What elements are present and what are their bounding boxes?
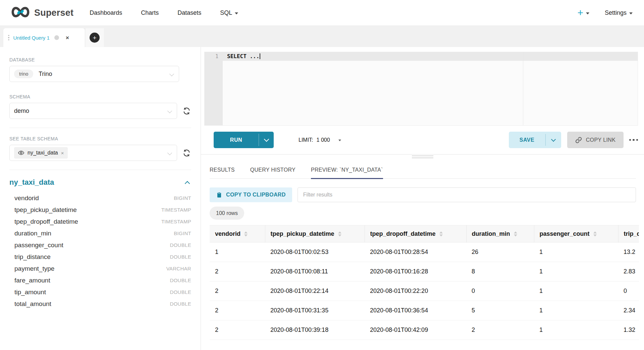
chevron-down-icon xyxy=(264,136,269,142)
table-cell: 2 xyxy=(466,320,534,340)
results-tabbar: RESULTS QUERY HISTORY PREVIEW: `NY_TAXI_… xyxy=(210,161,636,179)
refresh-tables-button[interactable] xyxy=(182,148,191,158)
navbar-right: + Settings xyxy=(577,8,633,18)
sort-icon[interactable] xyxy=(439,231,443,236)
query-tab-active[interactable]: Untitled Query 1 × xyxy=(3,28,85,47)
sort-icon[interactable] xyxy=(593,231,597,236)
sql-editor[interactable]: 1 SELECT ... xyxy=(204,52,638,126)
schema-column-row[interactable]: trip_distanceDOUBLE xyxy=(9,251,191,263)
new-item-menu[interactable]: + xyxy=(577,8,589,18)
sql-lab-main: 1 SELECT ... RUN LIMIT: 1 000 SAVE xyxy=(201,47,644,350)
copy-link-button[interactable]: COPY LINK xyxy=(567,132,624,148)
remove-table-icon[interactable]: × xyxy=(61,150,64,156)
preview-table-wrap[interactable]: vendoridtpep_pickup_datetimetpep_dropoff… xyxy=(210,225,639,341)
limit-label: LIMIT: xyxy=(299,137,313,143)
settings-menu[interactable]: Settings xyxy=(605,9,633,16)
table-cell: 1 xyxy=(534,301,618,320)
sidebar-divider xyxy=(9,128,191,128)
schema-column-row[interactable]: passenger_countDOUBLE xyxy=(9,239,191,251)
query-tab-title[interactable]: Untitled Query 1 xyxy=(13,35,50,41)
filter-results-input[interactable] xyxy=(298,187,636,202)
sort-icon[interactable] xyxy=(514,231,517,236)
refresh-schema-button[interactable] xyxy=(182,106,191,116)
schema-column-row[interactable]: tpep_dropoff_datetimeTIMESTAMP xyxy=(9,216,191,227)
table-select[interactable]: ny_taxi_data × xyxy=(9,145,177,161)
schema-column-row[interactable]: vendoridBIGINT xyxy=(9,192,191,204)
copy-to-clipboard-label: COPY TO CLIPBOARD xyxy=(226,192,286,198)
column-name: fare_amount xyxy=(14,277,50,284)
table-cell: 2020-08-01T00:22:20 xyxy=(365,281,466,301)
schema-column-row[interactable]: tpep_pickup_datetimeTIMESTAMP xyxy=(9,204,191,216)
save-button[interactable]: SAVE xyxy=(509,132,561,148)
code-line[interactable]: SELECT ... xyxy=(223,52,260,61)
results-actions: COPY TO CLIPBOARD xyxy=(210,187,636,202)
column-type: TIMESTAMP xyxy=(161,207,191,213)
schema-column-row[interactable]: tip_amountDOUBLE xyxy=(9,286,191,298)
table-cell: 0 xyxy=(466,281,534,301)
schema-select[interactable]: demo xyxy=(9,103,177,119)
drag-handle-icon[interactable] xyxy=(8,35,9,41)
database-backend-badge: trino xyxy=(14,70,33,78)
table-schema-label: SEE TABLE SCHEMA xyxy=(9,136,191,141)
table-schema-title[interactable]: ny_taxi_data xyxy=(9,178,54,187)
run-button[interactable]: RUN xyxy=(214,132,274,148)
tab-results[interactable]: RESULTS xyxy=(210,161,235,179)
table-body: 12020-08-01T00:02:532020-08-01T00:28:542… xyxy=(210,243,639,340)
column-name: tpep_dropoff_datetime xyxy=(14,218,78,225)
table-cell: 2 xyxy=(210,301,265,320)
add-tab-icon[interactable]: + xyxy=(90,33,100,43)
save-options-button[interactable] xyxy=(546,132,561,148)
sort-icon[interactable] xyxy=(244,231,248,236)
column-header[interactable]: trip_distance xyxy=(618,225,639,243)
superset-logo[interactable]: Superset xyxy=(10,6,73,19)
refresh-icon xyxy=(182,106,191,116)
editor-gutter: 1 xyxy=(205,52,223,125)
column-header[interactable]: passenger_count xyxy=(534,225,618,243)
pane-splitter[interactable] xyxy=(201,154,644,155)
resize-handle-icon[interactable] xyxy=(412,156,433,160)
limit-dropdown[interactable]: LIMIT: 1 000 xyxy=(299,137,341,143)
new-query-tab: + xyxy=(85,28,104,47)
nav-datasets[interactable]: Datasets xyxy=(177,9,201,16)
collapse-chevron-up-icon[interactable] xyxy=(185,181,190,186)
nav-dashboards[interactable]: Dashboards xyxy=(90,9,122,16)
schema-value: demo xyxy=(14,107,29,115)
caret-down-icon xyxy=(338,140,341,141)
table-row: 22020-08-01T00:22:142020-08-01T00:22:200… xyxy=(210,281,639,301)
column-header-label: passenger_count xyxy=(540,230,590,237)
chevron-down-icon xyxy=(629,12,633,14)
table-cell: 8 xyxy=(466,262,534,281)
sort-icon[interactable] xyxy=(338,231,341,236)
save-label[interactable]: SAVE xyxy=(509,132,545,148)
run-label[interactable]: RUN xyxy=(214,132,259,148)
copy-to-clipboard-button[interactable]: COPY TO CLIPBOARD xyxy=(210,187,292,202)
column-name: passenger_count xyxy=(14,242,63,249)
database-select[interactable]: trino Trino xyxy=(9,66,179,82)
column-type: BIGINT xyxy=(174,195,191,201)
tab-preview-table[interactable]: PREVIEW: `NY_TAXI_DATA` xyxy=(311,161,383,179)
column-header[interactable]: tpep_pickup_datetime xyxy=(265,225,365,243)
column-header[interactable]: duration_min xyxy=(466,225,534,243)
column-header-label: tpep_pickup_datetime xyxy=(271,230,334,237)
nav-sql-menu[interactable]: SQL xyxy=(220,9,238,16)
table-cell: 13.2 xyxy=(618,243,639,262)
more-actions-button[interactable] xyxy=(629,139,638,141)
column-header-label: trip_distance xyxy=(624,230,639,237)
close-tab-icon[interactable]: × xyxy=(66,35,69,41)
column-header[interactable]: tpep_dropoff_datetime xyxy=(365,225,466,243)
run-options-button[interactable] xyxy=(259,132,274,148)
table-row: 22020-08-01T00:08:112020-08-01T00:16:288… xyxy=(210,262,639,281)
column-header[interactable]: vendorid xyxy=(210,225,265,243)
top-navbar: Superset Dashboards Charts Datasets SQL … xyxy=(0,0,644,26)
sql-lab-page: Superset Dashboards Charts Datasets SQL … xyxy=(0,0,644,350)
schema-column-row[interactable]: duration_minBIGINT xyxy=(9,227,191,239)
schema-column-row[interactable]: fare_amountDOUBLE xyxy=(9,274,191,286)
schema-column-row[interactable]: payment_typeVARCHAR xyxy=(9,263,191,274)
column-name: tpep_pickup_datetime xyxy=(14,206,77,214)
clipboard-icon xyxy=(216,192,222,198)
nav-charts[interactable]: Charts xyxy=(141,9,159,16)
column-header-label: vendorid xyxy=(215,230,240,237)
table-cell: 2020-08-01T00:31:35 xyxy=(265,301,365,320)
tab-query-history[interactable]: QUERY HISTORY xyxy=(250,161,296,179)
schema-column-row[interactable]: total_amountDOUBLE xyxy=(9,298,191,310)
